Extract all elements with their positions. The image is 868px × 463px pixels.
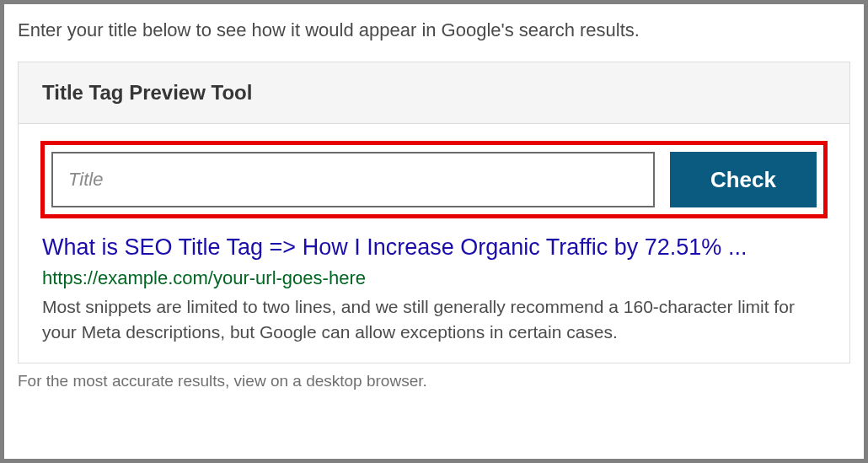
serp-preview: What is SEO Title Tag => How I Increase … (40, 232, 828, 344)
intro-text: Enter your title below to see how it wou… (18, 19, 850, 41)
footnote-text: For the most accurate results, view on a… (18, 372, 850, 390)
check-button[interactable]: Check (670, 152, 817, 207)
tool-card: Title Tag Preview Tool Check What is SEO… (18, 62, 850, 363)
serp-description: Most snippets are limited to two lines, … (42, 294, 826, 344)
tool-panel: Enter your title below to see how it wou… (4, 4, 864, 459)
tool-header: Title Tag Preview Tool (19, 62, 849, 124)
tool-body: Check What is SEO Title Tag => How I Inc… (19, 124, 849, 363)
tool-header-title: Title Tag Preview Tool (42, 81, 826, 105)
title-input[interactable] (51, 152, 655, 207)
serp-url: https://example.com/your-url-goes-here (42, 267, 826, 289)
input-highlight-frame: Check (40, 141, 828, 218)
serp-title: What is SEO Title Tag => How I Increase … (42, 232, 826, 262)
